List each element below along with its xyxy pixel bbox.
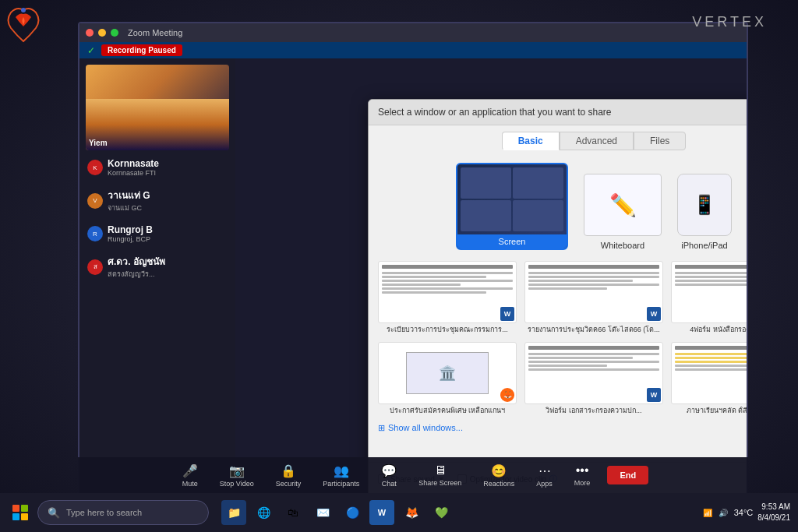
tab-advanced[interactable]: Advanced <box>560 132 634 150</box>
svg-point-0 <box>21 8 26 12</box>
share-item-whiteboard[interactable]: ✏️ Whiteboard <box>584 174 662 250</box>
participant-name-vanet: วาเนแท่ G <box>108 188 228 203</box>
share-screen-tool[interactable]: 🖥 Share Screen <box>414 460 466 490</box>
taskbar-app-word[interactable]: W <box>369 500 394 525</box>
taskbar: 🔍 Type here to search 📁 🌐 🛍 ✉️ 🔵 W 🦊 💚 <box>0 493 798 532</box>
doc-thumb-4[interactable]: 🏛️ 🦊 ประกาศรับสมัครคนพิเศษ เหลือกแกนฯ <box>378 342 517 415</box>
tab-basic[interactable]: Basic <box>502 132 560 150</box>
screen-thumb-inner <box>457 164 567 234</box>
doc-thumb-3[interactable]: W 4ฟอร์ม หนังสือกรองขาวิชา ภาพ... <box>671 261 748 334</box>
apps-label: Apps <box>536 480 553 488</box>
participant-name-anjanapan: ศ.ดว. อัญชนัพ <box>108 254 228 269</box>
participant-info-anjanapan: ศ.ดว. อัญชนัพ สตรงสัญญวีร... <box>108 254 228 280</box>
mail-icon: ✉️ <box>316 506 330 519</box>
stop-video-tool[interactable]: 📷 Stop Video <box>215 460 259 491</box>
doc-label-6: ภาษาเรียนฯคลัด ตั้สีความต่าน กน... <box>671 407 748 415</box>
more-tool[interactable]: ••• More <box>570 460 595 490</box>
screen-area: Zoom Meeting ✓ Recording Paused Yiem K K… <box>78 22 748 505</box>
doc-thumb-6[interactable]: W ภาษาเรียนฯคลัด ตั้สีความต่าน กน... <box>671 342 748 415</box>
doc-preview-img-4: 🏛️ <box>379 343 516 403</box>
window-title: Zoom Meeting <box>128 28 182 37</box>
taskbar-app-edge[interactable]: 🌐 <box>251 500 276 525</box>
apps-tool[interactable]: ⋯ Apps <box>531 460 557 491</box>
share-screen-dialog[interactable]: Select a window or an application that y… <box>368 99 748 496</box>
chat-icon: 💬 <box>381 463 397 478</box>
window-minimize-dot[interactable] <box>98 29 106 37</box>
doc-badge-4: 🦊 <box>500 388 514 402</box>
chrome-icon: 🔵 <box>346 506 359 519</box>
window-maximize-dot[interactable] <box>111 29 118 37</box>
taskbar-app-explorer[interactable]: 📁 <box>221 500 246 525</box>
taskbar-search-box[interactable]: 🔍 Type here to search <box>37 500 209 525</box>
share-item-iphone[interactable]: 📱 iPhone/iPad <box>677 174 732 250</box>
doc-badge-5: W <box>647 388 661 402</box>
chat-tool[interactable]: 💬 Chat <box>376 460 401 491</box>
doc-line <box>382 272 513 274</box>
participant-avatar-s: ส <box>87 259 103 275</box>
more-icon: ••• <box>576 463 589 477</box>
security-label: Security <box>276 480 302 488</box>
participant-sub-kornnasate: Kornnasate FTI <box>108 169 228 177</box>
doc-badge-2: W <box>647 307 661 321</box>
doc-thumb-2[interactable]: W รายงานการประชุมวิตค66 โต๊ะไสต66 (โต... <box>524 261 663 334</box>
iphone-thumbnail: 📱 <box>677 174 732 236</box>
doc-lines-3 <box>672 262 748 291</box>
doc-line <box>382 287 513 290</box>
taskbar-app-firefox[interactable]: 🦊 <box>399 500 424 525</box>
show-all-text: Show all windows... <box>388 423 463 432</box>
window-close-dot[interactable] <box>86 29 94 37</box>
edge-icon: 🌐 <box>257 506 270 519</box>
recording-badge: Recording Paused <box>101 44 182 56</box>
security-tool[interactable]: 🔒 Security <box>271 460 306 491</box>
dialog-content: Screen ✏️ Whiteboard 📱 iPhone/iPad <box>369 157 748 490</box>
show-all-icon: ⊞ <box>378 423 385 433</box>
stop-video-label: Stop Video <box>220 480 254 488</box>
taskbar-clock: 9:53 AM 8/4/09/21 <box>757 502 790 523</box>
more-label: More <box>574 479 591 487</box>
doc-line <box>528 276 659 278</box>
start-button[interactable] <box>6 499 34 527</box>
participant-info-vanet: วาเนแท่ G จานแม่ GC <box>108 188 228 213</box>
doc-line <box>675 357 748 359</box>
doc-thumb-5[interactable]: W วิฟอร์ม เอกสาระกรองความปก... <box>524 342 663 415</box>
windows-logo <box>12 505 28 520</box>
doc-line <box>675 276 748 278</box>
participants-tool[interactable]: 👥 Participants <box>318 460 364 491</box>
show-all-windows-link[interactable]: ⊞ Show all windows... <box>378 423 748 433</box>
doc-line <box>675 365 748 367</box>
doc-thumb-1[interactable]: W ระเบียบวาระการประชุมคณะกรรมการ... <box>378 261 517 334</box>
end-button[interactable]: End <box>607 466 648 484</box>
doc-line <box>675 284 748 286</box>
taskbar-right: 📶 🔊 34°C 9:53 AM 8/4/09/21 <box>695 502 798 523</box>
doc-badge-1: W <box>500 307 514 321</box>
whiteboard-thumbnail: ✏️ <box>584 174 662 236</box>
doc-lines-5 <box>525 343 662 375</box>
zoom-titlebar: Zoom Meeting <box>79 23 747 42</box>
participant-avatar-r: R <box>87 226 103 241</box>
store-icon: 🛍 <box>288 506 298 519</box>
mute-tool[interactable]: 🎤 Mute <box>178 460 203 491</box>
taskbar-app-store[interactable]: 🛍 <box>281 500 305 525</box>
doc-line <box>528 365 607 367</box>
network-icon: 📶 <box>703 509 712 517</box>
dialog-tabs: Basic Advanced Files <box>369 125 748 157</box>
logo-area <box>6 6 53 53</box>
share-item-screen[interactable]: Screen <box>456 163 568 250</box>
tab-files[interactable]: Files <box>634 132 686 150</box>
taskbar-app-line[interactable]: 💚 <box>429 500 454 525</box>
reactions-tool[interactable]: 😊 Reactions <box>478 460 519 491</box>
win-logo-cell-3 <box>12 513 19 520</box>
participant-info-kornnasate: Kornnasate Kornnasate FTI <box>108 158 228 177</box>
taskbar-app-mail[interactable]: ✉️ <box>310 500 335 525</box>
doc-line <box>675 280 748 282</box>
doc-label-2: รายงานการประชุมวิตค66 โต๊ะไสต66 (โต... <box>524 326 663 334</box>
doc-line <box>675 272 748 274</box>
doc-label-4: ประกาศรับสมัครคนพิเศษ เหลือกแกนฯ <box>378 407 517 415</box>
doc-lines-1 <box>379 262 516 298</box>
reactions-icon: 😊 <box>491 463 507 478</box>
participant-info-rungroj: Rungroj B Rungroj, BCP <box>108 224 228 243</box>
taskbar-app-chrome[interactable]: 🔵 <box>340 500 365 525</box>
doc-line <box>382 265 513 269</box>
doc-preview-5: W <box>524 342 663 404</box>
doc-line <box>528 346 659 350</box>
